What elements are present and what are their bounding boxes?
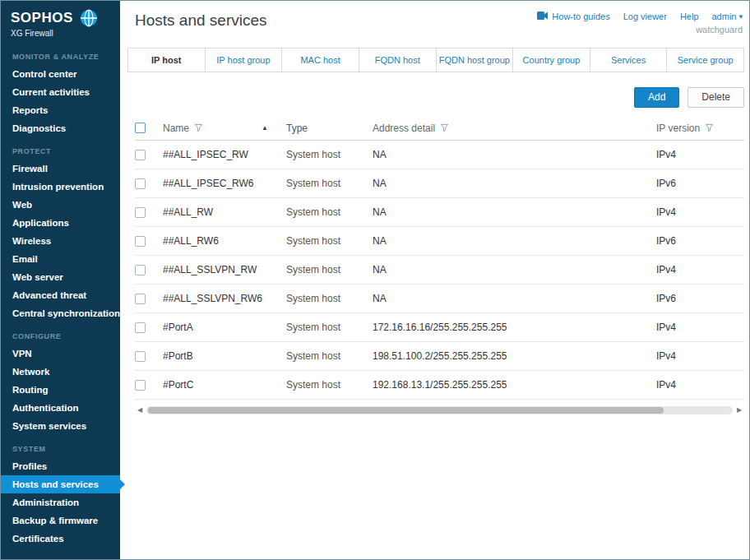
top-link-label: Help	[680, 12, 699, 21]
sidebar-item-firewall[interactable]: Firewall	[1, 160, 120, 178]
app-window: SOPHOS XG Firewall MONITOR & ANALYZECont…	[0, 0, 750, 560]
filter-icon[interactable]	[705, 123, 714, 132]
page-title: Hosts and services	[135, 12, 267, 30]
cell-name[interactable]: ##ALL_IPSEC_RW6	[163, 178, 286, 189]
sidebar-item-email[interactable]: Email	[1, 250, 120, 268]
cell-type: System host	[286, 235, 373, 247]
cell-ip-version: IPv6	[656, 293, 744, 304]
add-button[interactable]: Add	[634, 87, 679, 108]
cell-address-detail: NA	[373, 293, 656, 304]
table-row: ##ALL_SSLVPN_RWSystem hostNAIPv4	[135, 256, 744, 285]
table-row: #PortBSystem host198.51.100.2/255.255.25…	[135, 342, 744, 371]
sidebar-item-network[interactable]: Network	[1, 363, 120, 381]
sidebar-section-configure: CONFIGUREVPNNetworkRoutingAuthentication…	[1, 322, 120, 435]
cell-ip-version: IPv4	[656, 379, 744, 391]
tab-bar: IP hostIP host groupMAC hostFQDN hostFQD…	[127, 48, 744, 72]
tab-fqdn-host-group[interactable]: FQDN host group	[437, 49, 514, 72]
sidebar-item-current-activities[interactable]: Current activities	[1, 83, 120, 101]
cell-type: System host	[286, 264, 373, 275]
scroll-right-icon[interactable]: ▶	[734, 405, 744, 415]
row-checkbox[interactable]	[135, 265, 146, 275]
column-label: Address detail	[373, 123, 435, 134]
cell-name[interactable]: ##ALL_RW6	[163, 235, 286, 247]
table-row: ##ALL_IPSEC_RWSystem hostNAIPv4	[135, 141, 744, 169]
tab-service-group[interactable]: Service group	[667, 49, 743, 72]
top-link-log-viewer[interactable]: Log viewer	[623, 12, 667, 21]
select-all-checkbox[interactable]	[135, 123, 146, 133]
select-all-cell	[135, 123, 163, 133]
cell-ip-version: IPv4	[656, 206, 744, 218]
cell-ip-version: IPv4	[656, 350, 744, 362]
row-checkbox[interactable]	[135, 150, 146, 160]
tab-mac-host[interactable]: MAC host	[282, 49, 359, 72]
sidebar-item-routing[interactable]: Routing	[1, 381, 120, 399]
column-header-name: Name▲	[163, 123, 286, 134]
sidebar-item-advanced-threat[interactable]: Advanced threat	[1, 286, 120, 304]
sophos-globe-icon	[80, 9, 98, 27]
tab-fqdn-host[interactable]: FQDN host	[359, 49, 437, 72]
sidebar-item-system-services[interactable]: System services	[1, 417, 120, 435]
row-checkbox[interactable]	[135, 322, 146, 333]
row-checkbox-cell	[135, 150, 163, 160]
row-checkbox[interactable]	[135, 236, 146, 247]
delete-button[interactable]: Delete	[688, 87, 744, 108]
sidebar-item-reports[interactable]: Reports	[1, 101, 120, 119]
scrollbar-thumb[interactable]	[148, 407, 664, 414]
filter-icon[interactable]	[440, 123, 449, 132]
tab-services[interactable]: Services	[590, 49, 668, 72]
sidebar-item-wireless[interactable]: Wireless	[1, 232, 120, 250]
row-checkbox[interactable]	[135, 294, 146, 304]
user-menu[interactable]: admin▾	[712, 12, 743, 21]
cell-name[interactable]: ##ALL_RW	[163, 206, 286, 218]
scroll-left-icon[interactable]: ◀	[135, 405, 145, 415]
row-checkbox-cell	[135, 322, 163, 333]
sidebar-item-central-synchronization[interactable]: Central synchronization	[1, 304, 120, 322]
sort-ascending-icon[interactable]: ▲	[262, 124, 268, 132]
filter-icon[interactable]	[194, 123, 203, 132]
row-checkbox-cell	[135, 380, 163, 391]
sidebar-item-backup-firmware[interactable]: Backup & firmware	[1, 511, 120, 530]
row-checkbox-cell	[135, 351, 163, 362]
sidebar-item-diagnostics[interactable]: Diagnostics	[1, 119, 120, 137]
cell-name[interactable]: ##ALL_IPSEC_RW	[163, 149, 286, 160]
cell-address-detail: NA	[373, 149, 656, 160]
brand-subtitle: XG Firewall	[11, 29, 112, 38]
cell-name[interactable]: ##ALL_SSLVPN_RW6	[163, 293, 286, 304]
cell-type: System host	[286, 322, 373, 333]
sidebar-section-label: MONITOR & ANALYZE	[1, 43, 120, 65]
cell-name[interactable]: #PortC	[163, 379, 286, 391]
scrollbar-track[interactable]	[146, 406, 733, 414]
sidebar-item-authentication[interactable]: Authentication	[1, 399, 120, 417]
tab-country-group[interactable]: Country group	[513, 49, 590, 72]
sidebar-item-web-server[interactable]: Web server	[1, 268, 120, 286]
row-checkbox-cell	[135, 207, 163, 218]
sidebar-item-administration[interactable]: Administration	[1, 493, 120, 511]
row-checkbox[interactable]	[135, 380, 146, 391]
sidebar-item-applications[interactable]: Applications	[1, 214, 120, 232]
cell-address-detail: NA	[373, 178, 656, 189]
sidebar-item-vpn[interactable]: VPN	[1, 345, 120, 363]
tab-ip-host-group[interactable]: IP host group	[206, 49, 283, 72]
sidebar-item-hosts-and-services[interactable]: Hosts and services	[1, 475, 120, 493]
sidebar-item-profiles[interactable]: Profiles	[1, 457, 120, 475]
sidebar-item-certificates[interactable]: Certificates	[1, 530, 120, 548]
cell-type: System host	[286, 379, 373, 391]
cell-address-detail: NA	[373, 264, 656, 275]
main-content: Hosts and services How-to guidesLog view…	[120, 1, 749, 559]
top-link-help[interactable]: Help	[680, 12, 699, 21]
row-checkbox[interactable]	[135, 178, 146, 189]
column-header-ip-version: IP version	[656, 123, 744, 134]
top-link-how-to-guides[interactable]: How-to guides	[537, 12, 609, 21]
table-row: #PortASystem host172.16.16.16/255.255.25…	[135, 313, 744, 342]
sidebar-item-intrusion-prevention[interactable]: Intrusion prevention	[1, 178, 120, 196]
row-checkbox[interactable]	[135, 207, 146, 218]
cell-name[interactable]: #PortB	[163, 350, 286, 362]
cell-name[interactable]: ##ALL_SSLVPN_RW	[163, 264, 286, 275]
tab-ip-host[interactable]: IP host	[128, 49, 206, 72]
table-row: ##ALL_SSLVPN_RW6System hostNAIPv6	[135, 285, 744, 313]
sidebar-item-web[interactable]: Web	[1, 196, 120, 214]
row-checkbox[interactable]	[135, 351, 146, 362]
user-name: admin	[712, 12, 737, 21]
sidebar-item-control-center[interactable]: Control center	[1, 65, 120, 83]
cell-name[interactable]: #PortA	[163, 322, 286, 333]
